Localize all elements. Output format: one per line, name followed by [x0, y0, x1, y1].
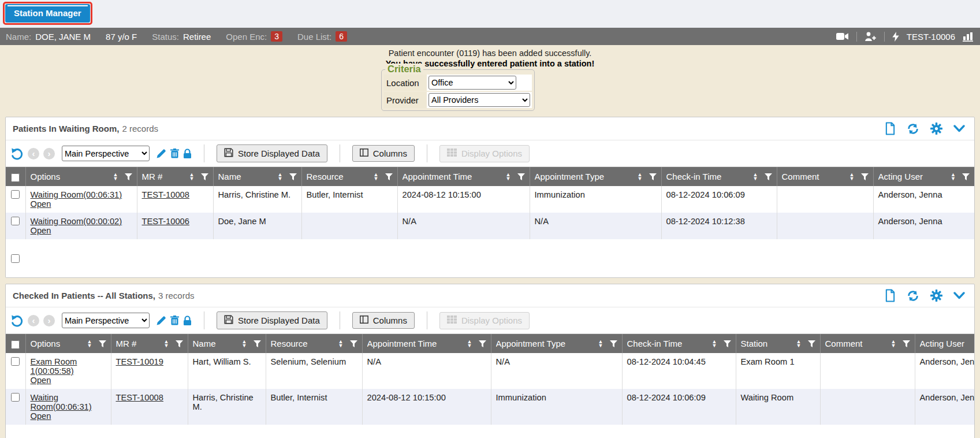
- row-checkbox[interactable]: [11, 190, 20, 199]
- column-header-checkin-time[interactable]: Check-in Time▲▼: [661, 167, 777, 186]
- provider-select[interactable]: All Providers: [428, 93, 530, 107]
- filter-icon[interactable]: [808, 340, 815, 347]
- sort-icon[interactable]: ▲▼: [849, 173, 855, 181]
- due-list-badge[interactable]: 6: [336, 31, 347, 42]
- column-header-name[interactable]: Name▲▼: [188, 334, 266, 353]
- column-header-mr[interactable]: MR #▲▼: [111, 334, 188, 353]
- column-header-appointment-type[interactable]: Appointment Type▲▼: [491, 334, 622, 353]
- row-checkbox[interactable]: [11, 393, 20, 402]
- column-header-station[interactable]: Station▲▼: [736, 334, 820, 353]
- filter-icon[interactable]: [385, 173, 393, 180]
- filter-icon[interactable]: [765, 173, 772, 180]
- sort-icon[interactable]: ▲▼: [638, 173, 643, 181]
- filter-icon[interactable]: [962, 173, 970, 180]
- sort-icon[interactable]: ▲▼: [113, 173, 118, 181]
- sort-icon[interactable]: ▲▼: [753, 173, 758, 181]
- open-link[interactable]: Open: [31, 199, 51, 209]
- row-checkbox[interactable]: [11, 217, 20, 225]
- new-file-icon[interactable]: [885, 289, 896, 302]
- column-header-appointment-type[interactable]: Appointment Type▲▼: [530, 167, 661, 186]
- sort-icon[interactable]: ▲▼: [891, 340, 896, 348]
- sort-icon[interactable]: ▲▼: [467, 340, 472, 348]
- perspective-select[interactable]: Main Perspective: [62, 313, 150, 328]
- filter-icon[interactable]: [125, 173, 132, 180]
- sort-icon[interactable]: ▲▼: [338, 340, 344, 348]
- filter-icon[interactable]: [350, 340, 357, 347]
- filter-icon[interactable]: [610, 340, 617, 347]
- column-header-acting-user[interactable]: Acting User▲▼: [915, 334, 975, 353]
- new-file-icon[interactable]: [885, 122, 896, 135]
- perspective-select[interactable]: Main Perspective: [62, 146, 150, 161]
- collapse-chevron-icon[interactable]: [953, 125, 965, 132]
- bar-chart-icon[interactable]: [963, 31, 974, 42]
- person-add-icon[interactable]: [865, 32, 877, 41]
- filter-icon[interactable]: [724, 340, 731, 347]
- column-header-resource[interactable]: Resource▲▼: [266, 334, 362, 353]
- filter-icon[interactable]: [99, 340, 106, 347]
- filter-icon[interactable]: [479, 340, 486, 347]
- filter-icon[interactable]: [517, 173, 525, 180]
- location-select[interactable]: Office: [428, 76, 516, 90]
- next-icon[interactable]: ›: [43, 315, 55, 326]
- prev-icon[interactable]: ‹: [28, 315, 39, 326]
- sort-icon[interactable]: ▲▼: [164, 340, 169, 348]
- station-link[interactable]: Waiting Room(00:00:02): [31, 217, 122, 226]
- tab-station-manager[interactable]: Station Manager: [5, 4, 90, 23]
- column-header-acting-user[interactable]: Acting User▲▼: [873, 167, 974, 186]
- filter-icon[interactable]: [289, 173, 297, 180]
- sort-icon[interactable]: ▲▼: [278, 173, 283, 181]
- filter-icon[interactable]: [903, 340, 910, 347]
- sort-icon[interactable]: ▲▼: [712, 340, 717, 348]
- station-link[interactable]: Waiting Room(00:06:31): [31, 393, 106, 411]
- lightning-icon[interactable]: [892, 32, 899, 42]
- sort-icon[interactable]: ▲▼: [951, 173, 956, 181]
- open-link[interactable]: Open: [31, 376, 51, 385]
- trash-icon[interactable]: [170, 149, 179, 158]
- gear-icon[interactable]: [930, 123, 942, 135]
- mr-link[interactable]: TEST-10008: [116, 393, 163, 402]
- column-header-name[interactable]: Name▲▼: [213, 167, 301, 186]
- refresh-icon[interactable]: [907, 123, 919, 135]
- column-header-checkin-time[interactable]: Check-in Time▲▼: [622, 334, 736, 353]
- filter-icon[interactable]: [254, 340, 261, 347]
- video-camera-icon[interactable]: [836, 32, 849, 40]
- next-icon[interactable]: ›: [43, 148, 55, 159]
- store-displayed-data-button[interactable]: Store Displayed Data: [217, 311, 327, 329]
- pencil-icon[interactable]: [156, 149, 166, 158]
- sort-icon[interactable]: ▲▼: [506, 173, 511, 181]
- column-header-options[interactable]: Options▲▼: [25, 167, 137, 186]
- sort-icon[interactable]: ▲▼: [242, 340, 247, 348]
- open-link[interactable]: Open: [31, 411, 51, 421]
- lock-icon[interactable]: [183, 315, 192, 326]
- refresh-icon[interactable]: [907, 289, 919, 302]
- filter-icon[interactable]: [176, 340, 183, 347]
- open-enc-badge[interactable]: 3: [271, 31, 282, 42]
- sort-icon[interactable]: ▲▼: [87, 340, 92, 348]
- undo-icon[interactable]: [10, 314, 24, 327]
- column-header-appointment-time[interactable]: Appointment Time▲▼: [362, 334, 491, 353]
- mr-link[interactable]: TEST-10006: [142, 217, 189, 226]
- column-header-comment[interactable]: Comment▲▼: [820, 334, 915, 353]
- select-all-checkbox[interactable]: [11, 340, 20, 349]
- collapse-chevron-icon[interactable]: [953, 292, 965, 299]
- filter-icon[interactable]: [861, 173, 869, 180]
- filter-icon[interactable]: [201, 173, 208, 180]
- select-all-checkbox[interactable]: [11, 173, 20, 182]
- column-header-options[interactable]: Options▲▼: [25, 334, 111, 353]
- sort-icon[interactable]: ▲▼: [598, 340, 603, 348]
- column-header-comment[interactable]: Comment▲▼: [777, 167, 873, 186]
- station-link[interactable]: Exam Room 1(00:05:58): [31, 357, 106, 376]
- column-header-mr[interactable]: MR #▲▼: [137, 167, 213, 186]
- store-displayed-data-button[interactable]: Store Displayed Data: [217, 144, 327, 162]
- column-header-resource[interactable]: Resource▲▼: [301, 167, 397, 186]
- undo-icon[interactable]: [10, 147, 24, 160]
- column-header-appointment-time[interactable]: Appointment Time▲▼: [397, 167, 530, 186]
- open-link[interactable]: Open: [31, 226, 51, 235]
- sort-icon[interactable]: ▲▼: [189, 173, 195, 181]
- lock-icon[interactable]: [183, 149, 192, 159]
- prev-icon[interactable]: ‹: [28, 148, 39, 159]
- trash-icon[interactable]: [170, 315, 179, 325]
- mr-link[interactable]: TEST-10008: [142, 190, 189, 199]
- row-checkbox[interactable]: [11, 357, 20, 366]
- footer-checkbox[interactable]: [11, 254, 20, 263]
